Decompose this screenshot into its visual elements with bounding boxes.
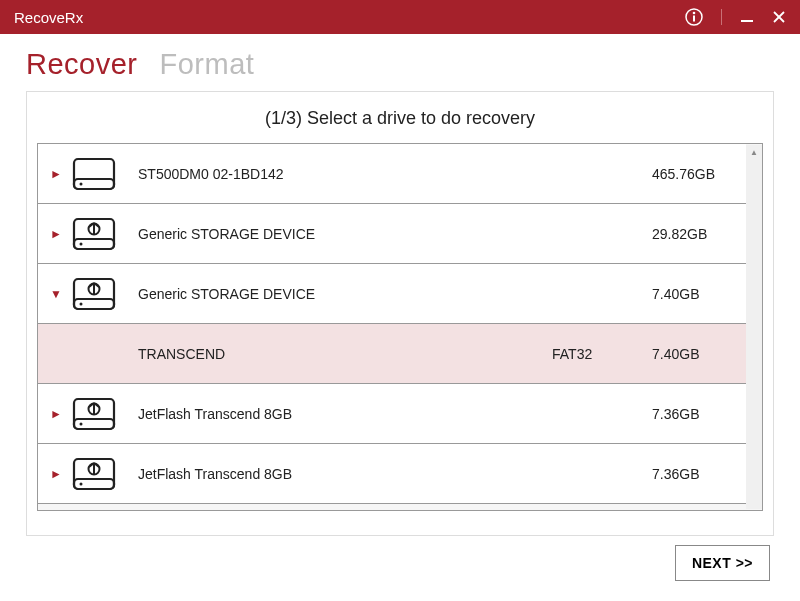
drive-size: 29.82GB bbox=[652, 226, 732, 242]
drive-name: ST500DM0 02-1BD142 bbox=[138, 166, 552, 182]
filesystem-label: FAT32 bbox=[552, 346, 652, 362]
drive-name: JetFlash Transcend 8GB bbox=[138, 466, 552, 482]
drive-size: 7.40GB bbox=[652, 346, 732, 362]
close-icon[interactable] bbox=[772, 10, 786, 24]
partition-row[interactable]: TRANSCENDFAT327.40GB bbox=[38, 324, 746, 384]
drive-row[interactable]: ►Generic STORAGE DEVICE29.82GB bbox=[38, 204, 746, 264]
drive-name: Generic STORAGE DEVICE bbox=[138, 226, 552, 242]
usb-drive-icon bbox=[72, 456, 116, 492]
drive-size: 7.40GB bbox=[652, 286, 732, 302]
drive-row[interactable]: ►JetFlash Transcend 8GB7.36GB bbox=[38, 444, 746, 504]
expand-down-icon[interactable]: ▼ bbox=[50, 287, 66, 301]
svg-rect-3 bbox=[721, 9, 722, 25]
scrollbar[interactable]: ▲ bbox=[746, 145, 762, 509]
drive-row[interactable]: ►ST500DM0 02-1BD142465.76GB bbox=[38, 144, 746, 204]
usb-drive-icon bbox=[72, 216, 116, 252]
svg-point-26 bbox=[80, 422, 83, 425]
svg-point-33 bbox=[80, 482, 83, 485]
expand-right-icon[interactable]: ► bbox=[50, 467, 66, 481]
usb-drive-icon bbox=[72, 276, 116, 312]
drive-row[interactable]: ▼Generic STORAGE DEVICE7.40GB bbox=[38, 264, 746, 324]
usb-drive-icon bbox=[72, 396, 116, 432]
svg-point-1 bbox=[693, 12, 696, 15]
expand-right-icon[interactable]: ► bbox=[50, 227, 66, 241]
drive-size: 465.76GB bbox=[652, 166, 732, 182]
minimize-icon[interactable] bbox=[740, 10, 754, 24]
tabbar: Recover Format bbox=[0, 34, 800, 87]
svg-rect-4 bbox=[741, 20, 753, 22]
drive-size: 7.36GB bbox=[652, 466, 732, 482]
drive-row[interactable]: ►JetFlash Transcend 8GB7.36GB bbox=[38, 384, 746, 444]
expand-right-icon[interactable]: ► bbox=[50, 167, 66, 181]
drive-list: ►ST500DM0 02-1BD142465.76GB►Generic STOR… bbox=[37, 143, 763, 511]
app-title: RecoveRx bbox=[14, 9, 685, 26]
titlebar-controls bbox=[685, 8, 786, 26]
panel-title: (1/3) Select a drive to do recovery bbox=[37, 108, 763, 129]
info-icon[interactable] bbox=[685, 8, 703, 26]
svg-point-9 bbox=[80, 182, 83, 185]
next-button[interactable]: NEXT >> bbox=[675, 545, 770, 581]
svg-point-12 bbox=[80, 242, 83, 245]
svg-point-19 bbox=[80, 302, 83, 305]
svg-rect-2 bbox=[693, 16, 695, 22]
scroll-up-icon[interactable]: ▲ bbox=[746, 145, 762, 159]
tab-recover[interactable]: Recover bbox=[26, 48, 138, 81]
hdd-icon bbox=[72, 156, 116, 192]
drive-size: 7.36GB bbox=[652, 406, 732, 422]
drive-name: JetFlash Transcend 8GB bbox=[138, 406, 552, 422]
main-panel: (1/3) Select a drive to do recovery ►ST5… bbox=[26, 91, 774, 536]
expand-right-icon[interactable]: ► bbox=[50, 407, 66, 421]
drive-name: TRANSCEND bbox=[138, 346, 552, 362]
divider-icon bbox=[721, 9, 722, 25]
tab-format[interactable]: Format bbox=[160, 48, 255, 81]
drive-name: Generic STORAGE DEVICE bbox=[138, 286, 552, 302]
titlebar: RecoveRx bbox=[0, 0, 800, 34]
